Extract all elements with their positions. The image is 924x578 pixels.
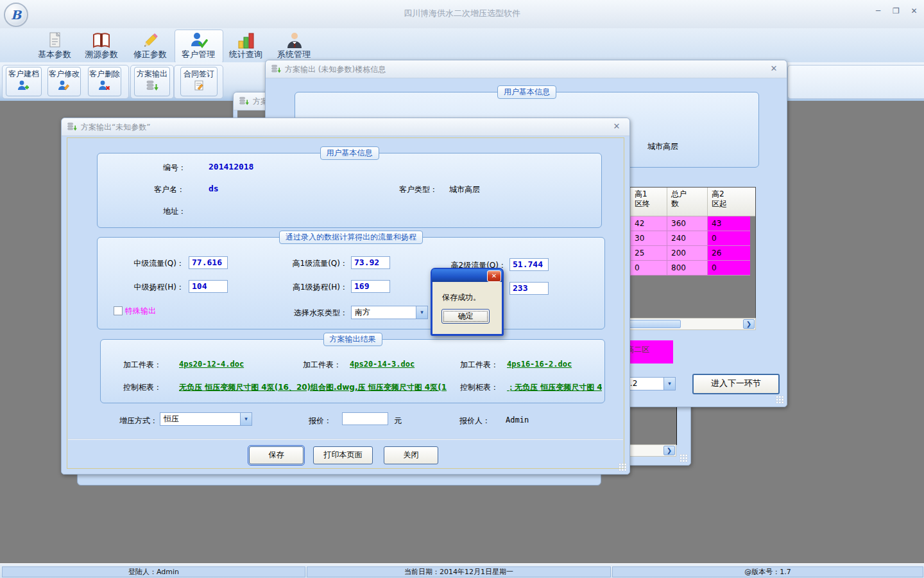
table-cell[interactable]: 360 <box>667 216 708 231</box>
ribbon-item-statistics[interactable]: 统计查询 <box>227 30 265 62</box>
save-button[interactable]: 保存 <box>249 446 304 464</box>
resize-grip[interactable] <box>776 396 784 404</box>
chevron-down-icon[interactable]: ▾ <box>240 413 252 425</box>
zone-table-hscrollbar[interactable]: ❯ <box>619 318 756 330</box>
ribbon-item-customer-mgmt[interactable]: 客户管理 <box>179 30 218 62</box>
scheme-output-titlebar[interactable]: 方案输出“未知参数” ✕ <box>62 118 629 136</box>
group-caption: 通过录入的数据计算得出的流量和扬程 <box>279 231 423 244</box>
minimize-icon[interactable]: ─ <box>873 6 883 15</box>
building-info-titlebar[interactable]: 方案输出 (未知参数)楼栋信息 ✕ <box>266 60 787 78</box>
table-cell[interactable]: 25 <box>631 246 667 261</box>
table-cell[interactable]: 42 <box>631 216 667 231</box>
table-cell[interactable]: 43 <box>708 216 750 231</box>
table-cell[interactable]: 0 <box>708 231 750 246</box>
close-icon[interactable]: ✕ <box>612 121 622 132</box>
chevron-down-icon[interactable]: ▾ <box>663 378 675 390</box>
bar-chart-icon <box>236 31 255 50</box>
mid-flow-input[interactable]: 77.616 <box>189 256 228 269</box>
parts-doc-link[interactable]: 4ps16-16-2.doc <box>507 360 572 369</box>
customer-name-value: ds <box>209 184 219 193</box>
building-info-title: 方案输出 (未知参数)楼栋信息 <box>285 64 386 75</box>
cabinet-dwg-link[interactable]: ；无负压 恒压变频尺寸图 4 <box>507 382 602 393</box>
chevron-down-icon[interactable]: ▾ <box>416 306 427 319</box>
maximize-icon[interactable]: ❐ <box>891 6 901 15</box>
pressure-mode-value: 恒压 <box>164 413 179 425</box>
table-cell[interactable]: 26 <box>708 246 750 261</box>
next-step-button[interactable]: 进入下一环节 <box>692 374 780 394</box>
scroll-right-icon[interactable]: ❯ <box>743 319 755 329</box>
close-icon[interactable]: ✕ <box>909 6 919 15</box>
ok-button[interactable]: 确定 <box>441 309 490 324</box>
header-cell[interactable]: 总户 数 <box>667 188 708 216</box>
customer-create-button[interactable]: 客户建档 <box>6 67 42 96</box>
resize-grip[interactable] <box>680 454 688 462</box>
table-row: 0 800 0 <box>619 261 755 276</box>
special-output-checkbox[interactable] <box>114 306 123 315</box>
ribbon-item-system-mgmt[interactable]: 系统管理 <box>275 30 313 62</box>
h1-head-input[interactable]: 169 <box>351 280 390 293</box>
parts-table-label: 加工件表： <box>460 360 499 371</box>
h1-flow-label: 高1级流量(Q)： <box>277 258 348 269</box>
quoter-label: 报价人： <box>459 416 490 426</box>
application-window: B 四川博海供水二次增压选型软件 ─ ❐ ✕ 基本参数 溯源参数 修正参数 客户… <box>0 0 924 578</box>
mid-flow-label: 中级流量(Q)： <box>120 258 184 269</box>
scheme-output-button[interactable]: 方案输出 <box>134 67 170 96</box>
status-login: 登陆人：Admin <box>2 566 305 577</box>
app-title: 四川博海供水二次增压选型软件 <box>0 8 924 19</box>
parts-table-label: 加工件表： <box>123 360 162 371</box>
customer-modify-button[interactable]: 客户修改 <box>47 67 81 96</box>
pump-type-combo[interactable]: 南方 ▾ <box>351 306 428 319</box>
parts-doc-link[interactable]: 4ps20-12-4.doc <box>179 360 244 369</box>
user-type-value: 城市高层 <box>647 141 678 152</box>
header-cell[interactable]: 高1 区终 <box>631 188 667 216</box>
ribbon-item-basic-params[interactable]: 基本参数 <box>35 30 74 62</box>
pump-type-label: 选择水泵类型： <box>277 308 348 319</box>
close-icon[interactable]: ✕ <box>487 270 501 282</box>
person-add-icon <box>17 80 30 91</box>
resize-grip[interactable] <box>619 463 627 471</box>
user-info-group: 用户基本信息 编号： 201412018 客户名： ds 客户类型： 城市高层 … <box>97 153 602 228</box>
group-caption: 用户基本信息 <box>320 146 379 160</box>
table-cell[interactable]: 240 <box>667 231 708 246</box>
toolbar-group-empty <box>787 65 924 99</box>
customer-check-icon <box>189 31 208 50</box>
table-cell[interactable]: 30 <box>631 231 667 246</box>
person-delete-icon <box>98 80 111 91</box>
zone-table: 高1 区终 总户 数 高2 区起 42 360 43 30 240 0 25 2… <box>619 187 756 319</box>
quote-input[interactable] <box>342 412 388 425</box>
close-icon[interactable]: ✕ <box>769 64 779 74</box>
ribbon-item-correction-params[interactable]: 修正参数 <box>131 30 169 62</box>
export-icon <box>146 80 158 91</box>
contract-icon <box>193 80 205 91</box>
parts-doc-link[interactable]: 4ps20-14-3.doc <box>350 360 415 369</box>
parts-table-label: 加工件表： <box>303 360 341 371</box>
header-cell[interactable]: 高2 区起 <box>708 188 750 216</box>
customer-type-value: 城市高层 <box>449 184 480 195</box>
contract-sign-button[interactable]: 合同签订 <box>180 67 218 96</box>
table-cell[interactable]: 800 <box>667 261 708 276</box>
table-cell[interactable]: 0 <box>708 261 750 276</box>
pressure-mode-combo[interactable]: 恒压 ▾ <box>160 412 252 426</box>
scroll-right-icon[interactable]: ❯ <box>663 446 675 455</box>
msgbox-titlebar[interactable]: ✕ <box>432 269 502 282</box>
save-success-msgbox: ✕ 保存成功。 确定 <box>431 268 504 336</box>
table-cell[interactable]: 0 <box>631 261 667 276</box>
mid-head-input[interactable]: 104 <box>189 280 228 293</box>
pressure-mode-label: 增压方式： <box>119 416 158 426</box>
export-icon <box>67 121 77 132</box>
cabinet-dwg-link[interactable]: 无负压 恒压变频尺寸图 4泵(16、20)组合图.dwg,压 恒压变频尺寸图 4… <box>179 382 460 393</box>
h2-head-input[interactable]: 233 <box>509 282 549 295</box>
h2-flow-input[interactable]: 51.744 <box>509 258 549 271</box>
quote-unit-label: 元 <box>394 416 402 426</box>
cabinet-table-label: 控制柜表： <box>123 382 162 393</box>
customer-delete-button[interactable]: 客户删除 <box>88 67 121 96</box>
ribbon-item-source-params[interactable]: 溯源参数 <box>82 30 121 62</box>
print-page-button[interactable]: 打印本页面 <box>313 446 373 464</box>
h1-head-label: 高1级扬程(H)： <box>277 282 348 293</box>
table-cell[interactable]: 200 <box>667 246 708 261</box>
close-button[interactable]: 关闭 <box>384 446 438 464</box>
h1-flow-input[interactable]: 73.92 <box>351 256 390 269</box>
status-bar: 登陆人：Admin 当前日期：2014年12月1日星期一 @版本号：1.7 <box>0 563 924 578</box>
status-version: @版本号：1.7 <box>612 566 923 577</box>
pump-type-value: 南方 <box>355 306 370 319</box>
